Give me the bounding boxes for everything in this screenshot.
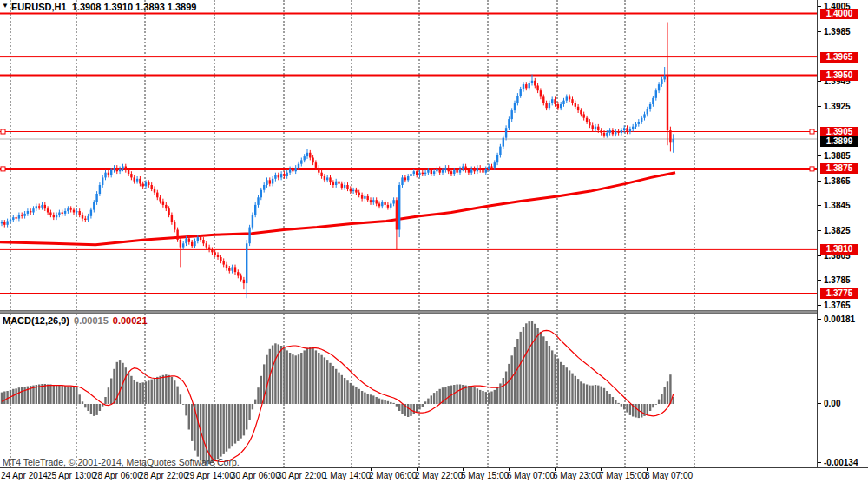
time-axis[interactable]: 24 Apr 201425 Apr 13:0028 Apr 06:0028 Ap… — [0, 467, 868, 483]
candle — [116, 168, 118, 171]
candle — [304, 156, 306, 160]
candle — [601, 130, 602, 133]
candle — [381, 202, 383, 206]
candle — [104, 173, 106, 178]
candle — [320, 173, 322, 176]
macd-bar — [67, 387, 69, 404]
macd-bar — [592, 386, 594, 404]
macd-bar — [136, 382, 138, 404]
candle — [23, 214, 25, 216]
macd-scale-tick: 0.00 — [818, 399, 868, 409]
macd-bar — [47, 385, 49, 405]
tick-mark — [818, 305, 821, 306]
price-chart-area[interactable] — [0, 0, 817, 310]
macd-bar — [76, 387, 77, 404]
macd-bar — [217, 404, 219, 459]
candle — [21, 215, 23, 215]
macd-bar — [601, 387, 602, 404]
candle — [32, 208, 34, 212]
candle — [355, 190, 357, 193]
macd-bar — [41, 384, 43, 404]
macd-bar — [99, 404, 101, 411]
candle — [38, 206, 40, 207]
tick-mark — [818, 181, 821, 182]
candle — [407, 176, 409, 180]
candle — [608, 130, 610, 133]
candle — [95, 194, 97, 202]
candle — [416, 171, 418, 175]
macd-bar — [248, 404, 250, 420]
macd-bar — [280, 346, 282, 404]
macd-bar — [211, 404, 213, 463]
candle — [226, 265, 227, 268]
moving-average-line[interactable] — [0, 173, 675, 245]
candle — [641, 118, 642, 122]
candle — [551, 99, 553, 103]
macd-bar — [151, 380, 153, 404]
macd-bar — [503, 378, 504, 404]
candle — [252, 215, 253, 227]
macd-bar — [128, 373, 129, 404]
price-axis[interactable]: 1.4005 1.3985 1.3945 1.3925 1.3885 1.386… — [817, 0, 868, 467]
macd-bar — [335, 369, 337, 404]
macd-bar — [62, 386, 63, 404]
macd-bar — [312, 348, 313, 404]
macd-bar — [44, 384, 46, 404]
candle — [194, 241, 195, 246]
candle — [70, 208, 72, 209]
candle — [257, 197, 259, 205]
candle — [312, 158, 313, 163]
candle — [228, 268, 230, 271]
macd-bar — [621, 404, 622, 407]
candle — [396, 200, 398, 229]
candle — [473, 169, 475, 171]
macd-bar — [73, 387, 75, 404]
macd-bar — [424, 401, 426, 404]
time-label: 24 Apr 2014 — [1, 471, 48, 480]
macd-indicator-panel[interactable] — [0, 314, 817, 467]
price-tick: 1.3785 — [818, 275, 868, 286]
candle — [272, 179, 273, 184]
macd-bar — [612, 397, 614, 404]
macd-bar — [635, 404, 636, 418]
candle — [206, 243, 207, 247]
macd-bar — [431, 395, 432, 404]
candle — [130, 174, 132, 177]
candle — [151, 185, 153, 189]
candle — [557, 104, 559, 108]
candle — [615, 132, 616, 135]
macd-bar — [378, 399, 380, 404]
candle — [364, 196, 365, 199]
candle — [595, 127, 596, 129]
macd-chart-svg[interactable] — [0, 314, 817, 467]
candle — [632, 127, 634, 129]
macd-bar — [658, 400, 660, 404]
candle — [520, 89, 522, 96]
candle — [110, 170, 112, 175]
level-price-badge: 1.3905 — [820, 127, 858, 137]
price-tick: 1.3925 — [818, 102, 868, 112]
macd-histogram — [1, 321, 674, 465]
candle — [67, 208, 69, 211]
chart-dropdown-icon[interactable]: ▼ — [2, 2, 9, 10]
candle — [597, 127, 599, 130]
candle — [370, 200, 372, 202]
macd-bar — [188, 404, 190, 430]
candle — [562, 101, 564, 104]
level-price-badge: 1.3950 — [820, 70, 858, 81]
macd-bar — [231, 404, 233, 446]
macd-bar — [422, 404, 424, 407]
macd-bar — [603, 388, 605, 404]
candle — [453, 170, 455, 174]
price-tick-label: 1.3885 — [824, 151, 851, 161]
macd-bar — [361, 391, 363, 404]
macd-bar — [485, 392, 487, 404]
candle — [392, 200, 394, 203]
macd-bar — [70, 387, 72, 404]
candle — [549, 103, 550, 109]
candle — [361, 195, 363, 198]
candlestick-chart-svg[interactable] — [0, 0, 817, 310]
candle — [56, 215, 57, 217]
line-handle — [810, 167, 814, 171]
candle — [185, 239, 187, 244]
